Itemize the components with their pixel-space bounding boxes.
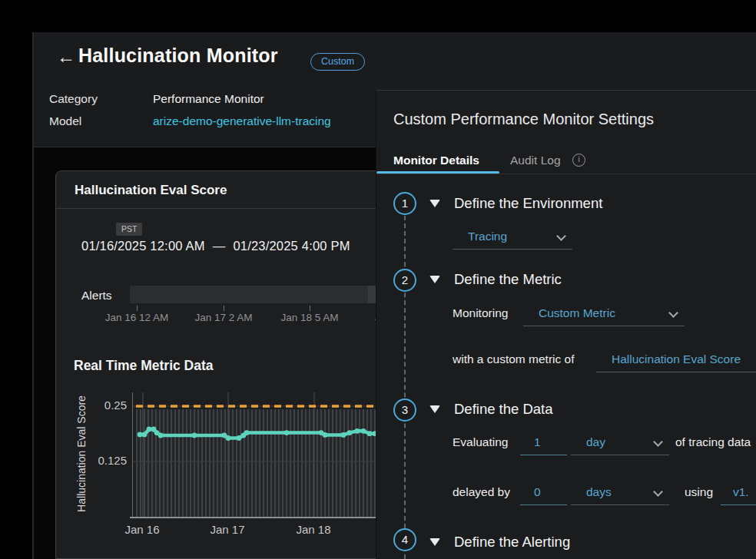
page-title: Hallucination Monitor [78, 45, 278, 67]
date-end: 01/23/2025 4:00 PM [233, 239, 350, 253]
delay-count-input[interactable]: 0 [520, 481, 567, 505]
x-axis-line [130, 517, 380, 518]
tab-monitor-details[interactable]: Monitor Details [393, 154, 479, 167]
of-tracing-data-label: of tracing data [675, 435, 751, 449]
x-tick-label: Jan 16 [124, 523, 159, 536]
settings-panel-title: Custom Performance Monitor Settings [393, 111, 654, 128]
alert-tick [137, 306, 138, 311]
using-label: using [685, 485, 713, 499]
y-tick-label: 0.125 [85, 454, 127, 467]
metric-card: Hallucination Eval Score PST 01/16/2025 … [55, 170, 387, 559]
chevron-down-icon [653, 437, 663, 447]
step-3-title[interactable]: Define the Data [454, 401, 553, 418]
chart-title: Real Time Metric Data [74, 358, 214, 374]
collapse-triangle-icon[interactable] [429, 538, 440, 546]
x-tick-label: Jan 18 [296, 523, 330, 536]
step-4-indicator: 4 [393, 528, 416, 551]
environment-select-value: Tracing [468, 230, 507, 243]
delay-period-select[interactable]: days [571, 481, 669, 505]
collapse-triangle-icon[interactable] [429, 276, 440, 283]
date-separator: — [213, 239, 226, 253]
tab-audit-log[interactable]: Audit Log [510, 154, 561, 167]
environment-select[interactable]: Tracing [453, 226, 572, 250]
collapse-triangle-icon[interactable] [429, 200, 440, 207]
delay-period-value: days [586, 485, 612, 499]
tabs-divider [376, 174, 756, 174]
info-icon[interactable]: i [572, 154, 585, 167]
step-1-indicator: 1 [393, 192, 416, 215]
metric-line-chart[interactable] [132, 392, 378, 517]
evaluating-period-value: day [586, 435, 605, 449]
monitoring-metric-select[interactable]: Custom Metric [523, 303, 685, 326]
alert-tick-label: Jan 16 12 AM [105, 312, 169, 323]
collapse-triangle-icon[interactable] [429, 405, 440, 413]
alerts-label: Alerts [81, 289, 112, 303]
custom-metric-value: Hallucination Eval Score [612, 352, 741, 366]
alerts-timeline-bar[interactable] [130, 286, 388, 303]
model-link[interactable]: arize-demo-generative-llm-tracing [153, 114, 331, 128]
back-arrow-icon[interactable]: ← [57, 46, 75, 68]
evaluating-count-value: 1 [534, 435, 541, 449]
settings-panel: Custom Performance Monitor Settings Moni… [376, 90, 756, 559]
delay-count-value: 0 [534, 485, 541, 499]
date-range-picker[interactable]: 01/16/2025 12:00 AM—01/23/2025 4:00 PM [81, 239, 350, 253]
x-tick-label: Jan 17 [210, 523, 244, 536]
card-divider [56, 208, 386, 209]
step-connector-line [404, 216, 406, 559]
step-3-indicator: 3 [393, 399, 416, 422]
evaluating-period-select[interactable]: day [571, 432, 669, 455]
y-tick-label: 0.25 [85, 399, 127, 412]
date-start: 01/16/2025 12:00 AM [81, 239, 205, 253]
custom-badge: Custom [310, 53, 365, 71]
chart-series-layer [133, 392, 379, 517]
step-1-title[interactable]: Define the Environment [454, 195, 602, 212]
custom-metric-select[interactable]: Hallucination Eval Score [596, 349, 756, 372]
custom-metric-label: with a custom metric of [453, 352, 575, 366]
evaluating-label: Evaluating [453, 435, 508, 449]
step-4-title[interactable]: Define the Alerting [454, 534, 570, 551]
alert-tick [310, 306, 310, 311]
alert-tick [224, 306, 224, 311]
version-select[interactable]: v1. [721, 481, 756, 505]
metric-card-title: Hallucination Eval Score [75, 183, 227, 198]
category-value: Performance Monitor [153, 92, 264, 106]
timezone-chip: PST [116, 223, 142, 236]
alert-tick-label: Jan 17 2 AM [194, 312, 252, 323]
model-label: Model [49, 114, 81, 128]
step-2-indicator: 2 [393, 269, 416, 292]
monitoring-label: Monitoring [453, 306, 508, 320]
delayed-by-label: delayed by [453, 485, 510, 499]
chevron-down-icon [556, 231, 566, 241]
active-tab-underline [376, 171, 499, 174]
monitoring-metric-value: Custom Metric [539, 306, 615, 320]
step-2-title[interactable]: Define the Metric [454, 271, 562, 288]
evaluating-count-input[interactable]: 1 [520, 432, 567, 455]
category-label: Category [49, 92, 98, 106]
chevron-down-icon [668, 308, 678, 318]
version-value: v1. [733, 485, 749, 499]
chevron-down-icon [653, 487, 663, 497]
alert-tick-label: Jan 18 5 AM [280, 312, 338, 323]
